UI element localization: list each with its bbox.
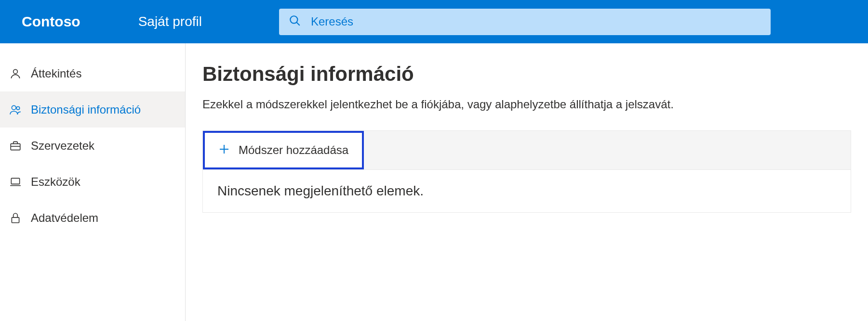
sidebar: Áttekintés Biztonsági információ Szervez…	[0, 43, 186, 321]
sidebar-item-security[interactable]: Biztonsági információ	[0, 91, 185, 128]
search-box[interactable]	[279, 9, 771, 35]
svg-point-4	[16, 106, 19, 110]
sidebar-item-privacy[interactable]: Adatvédelem	[0, 200, 185, 236]
empty-state-text: Nincsenek megjeleníthető elemek.	[202, 170, 851, 213]
page-subtitle: Ezekkel a módszerekkel jelentkezhet be a…	[202, 98, 851, 111]
svg-point-3	[12, 105, 16, 110]
sidebar-item-label: Biztonsági információ	[31, 103, 141, 116]
lock-icon	[9, 211, 22, 225]
sidebar-item-organizations[interactable]: Szervezetek	[0, 128, 185, 164]
page-title: Biztonsági információ	[202, 63, 851, 86]
svg-point-2	[13, 69, 18, 74]
people-icon	[9, 103, 22, 116]
main-content: Biztonsági információ Ezekkel a módszere…	[186, 43, 868, 321]
search-input[interactable]	[311, 15, 761, 28]
svg-rect-9	[12, 217, 19, 222]
action-row: Módszer hozzáadása	[202, 130, 851, 170]
plus-icon	[218, 143, 230, 157]
add-method-label: Módszer hozzáadása	[239, 143, 348, 157]
svg-point-0	[290, 16, 297, 23]
svg-line-1	[296, 22, 300, 26]
sidebar-item-devices[interactable]: Eszközök	[0, 164, 185, 200]
sidebar-item-label: Eszközök	[31, 175, 80, 189]
sidebar-item-label: Adatvédelem	[31, 211, 98, 225]
sidebar-item-overview[interactable]: Áttekintés	[0, 55, 185, 91]
body-area: Áttekintés Biztonsági információ Szervez…	[0, 43, 868, 321]
search-icon	[289, 14, 301, 29]
brand-label: Contoso	[22, 13, 80, 30]
header: Contoso Saját profil	[0, 0, 868, 43]
svg-rect-5	[11, 143, 20, 150]
sidebar-item-label: Áttekintés	[31, 67, 81, 80]
laptop-icon	[9, 175, 22, 189]
svg-rect-7	[11, 178, 19, 184]
briefcase-icon	[9, 139, 22, 153]
sidebar-item-label: Szervezetek	[31, 139, 94, 153]
header-page-name: Saját profil	[138, 14, 202, 29]
person-icon	[9, 67, 22, 80]
add-method-button[interactable]: Módszer hozzáadása	[203, 131, 364, 169]
